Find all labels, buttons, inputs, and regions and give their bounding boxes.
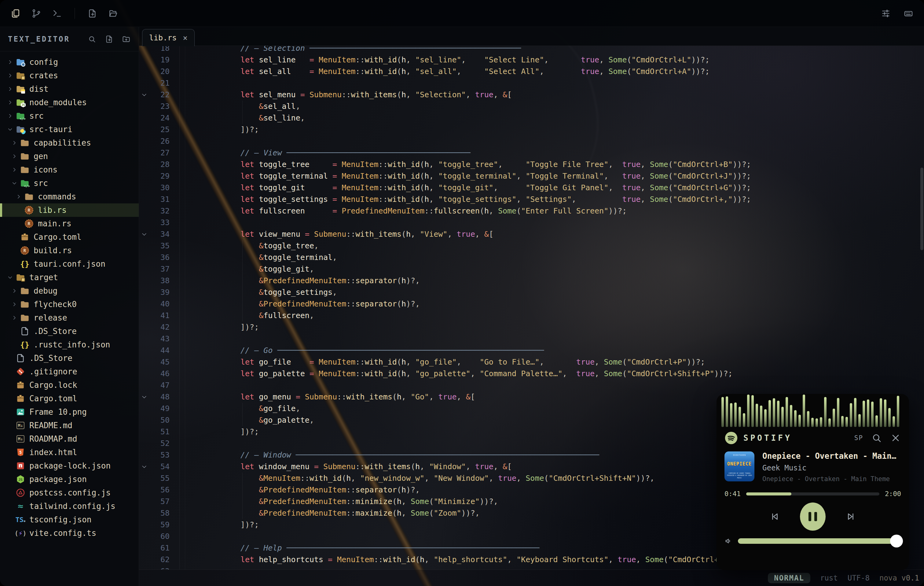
- tree-item-label: .gitignore: [29, 367, 77, 376]
- sidebar-header-icons: [87, 35, 131, 44]
- code-line-32: let fullscreen = PredefinedMenuItem::ful…: [139, 205, 924, 217]
- titlebar-files-icon[interactable]: [10, 8, 21, 19]
- tree-item-cargo-toml[interactable]: Cargo.toml: [0, 392, 139, 405]
- tree-item--ds-store[interactable]: .DS_Store: [0, 351, 139, 365]
- tree-item-index-html[interactable]: 5index.html: [0, 445, 139, 459]
- visualizer-bar: [828, 419, 831, 427]
- tree-item-postcss-config-js[interactable]: postcss.config.js: [0, 486, 139, 500]
- tab-lib-rs[interactable]: lib.rs ×: [142, 29, 195, 46]
- tree-item-commands[interactable]: commands: [0, 190, 139, 204]
- chevron-right-icon[interactable]: [5, 60, 15, 65]
- image-icon: [15, 407, 26, 417]
- tree-item-gen[interactable]: gen: [0, 149, 139, 163]
- tree-item-release[interactable]: release: [0, 311, 139, 324]
- spotify-sp-badge: SP: [854, 434, 863, 442]
- app-window: TEXT_EDITOR configcratesdistJSnode_modul…: [0, 0, 924, 586]
- chevron-right-icon[interactable]: [9, 140, 20, 146]
- chevron-right-icon[interactable]: [9, 315, 20, 321]
- track-album: Onepiece - Overtaken - Main Theme: [762, 475, 896, 483]
- previous-track-button[interactable]: [769, 511, 780, 522]
- tree-item-lib-rs[interactable]: Rlib.rs: [0, 204, 139, 217]
- vertical-scrollbar[interactable]: [920, 167, 923, 250]
- tree-item--rustc-info-json[interactable]: {}.rustc_info.json: [0, 338, 139, 351]
- tab-close-icon[interactable]: ×: [183, 33, 188, 43]
- code-line-31: let toggle_settings = MenuItem::with_id(…: [139, 194, 924, 205]
- tree-item-capabilities[interactable]: capabilities: [0, 136, 139, 149]
- visualizer-bar: [764, 409, 767, 427]
- tree-item-src-tauri[interactable]: src-tauri: [0, 122, 139, 136]
- chevron-right-icon[interactable]: [5, 86, 15, 92]
- tree-item-debug[interactable]: debug: [0, 284, 139, 298]
- tree-item-package-json[interactable]: JSpackage.json: [0, 473, 139, 486]
- volume-knob[interactable]: [890, 535, 903, 548]
- chevron-right-icon[interactable]: [9, 301, 20, 307]
- tree-item-main-rs[interactable]: Rmain.rs: [0, 217, 139, 230]
- rust-icon: R: [24, 219, 34, 229]
- visualizer-bar: [824, 397, 827, 427]
- tree-item-roadmap-md[interactable]: M↓ROADMAP.md: [0, 432, 139, 445]
- total-time: 2:00: [885, 490, 901, 498]
- spotify-search-icon[interactable]: [871, 432, 882, 444]
- tree-item-config[interactable]: config: [0, 55, 139, 69]
- tree-item-package-lock-json[interactable]: package-lock.json: [0, 459, 139, 473]
- postcss-icon: [15, 488, 26, 498]
- audio-visualizer: [716, 394, 909, 427]
- tree-item--gitignore[interactable]: .gitignore: [0, 365, 139, 378]
- tree-item-vite-config-ts[interactable]: (⚡)vite.config.ts: [0, 526, 139, 540]
- folder-src-icon: </>: [15, 111, 26, 121]
- code-line-28: let toggle_tree = MenuItem::with_id(h, "…: [139, 159, 924, 171]
- sidebar-new-folder-icon[interactable]: [122, 35, 131, 44]
- titlebar-git-branch-icon[interactable]: [31, 8, 41, 19]
- titlebar-terminal-icon[interactable]: [52, 8, 62, 19]
- chevron-down-icon[interactable]: [5, 275, 15, 280]
- chevron-right-icon[interactable]: [9, 167, 20, 172]
- chevron-right-icon[interactable]: [5, 113, 15, 119]
- chevron-down-icon[interactable]: [9, 180, 20, 186]
- chevron-right-icon[interactable]: [5, 73, 15, 78]
- titlebar-new-file-icon[interactable]: [87, 8, 97, 19]
- indent-guide: [242, 473, 243, 519]
- fold-chevron-icon[interactable]: [140, 461, 148, 473]
- tree-item-icons[interactable]: icons: [0, 163, 139, 177]
- visualizer-bar: [777, 401, 779, 427]
- tree-item-tsconfig-json[interactable]: TS⁎tsconfig.json: [0, 513, 139, 526]
- sidebar-search-icon[interactable]: [87, 35, 97, 44]
- tree-item-readme-md[interactable]: M↓README.md: [0, 419, 139, 432]
- svg-text:5: 5: [19, 450, 22, 455]
- chevron-right-icon[interactable]: [5, 100, 15, 105]
- chevron-down-icon[interactable]: [5, 127, 15, 132]
- tree-item-node-modules[interactable]: JSnode_modules: [0, 96, 139, 109]
- tree-item-tauri-conf-json[interactable]: {}tauri.conf.json: [0, 257, 139, 271]
- volume-slider[interactable]: [738, 538, 901, 544]
- sidebar-new-file-icon[interactable]: [104, 35, 114, 44]
- tree-item-src[interactable]: </>src: [0, 109, 139, 122]
- svg-text:R: R: [28, 207, 31, 213]
- tree-item-src[interactable]: </>src: [0, 177, 139, 190]
- titlebar-open-folder-icon[interactable]: [108, 8, 118, 19]
- tree-item--ds-store[interactable]: .DS_Store: [0, 324, 139, 338]
- fold-chevron-icon[interactable]: [140, 228, 148, 240]
- titlebar-filters-icon[interactable]: [881, 8, 891, 19]
- tree-item-label: tsconfig.json: [29, 515, 92, 524]
- chevron-right-icon[interactable]: [13, 194, 24, 199]
- fold-chevron-icon[interactable]: [140, 89, 148, 101]
- tree-item-cargo-lock[interactable]: Cargo.lock: [0, 378, 139, 392]
- spotify-close-icon[interactable]: [890, 432, 901, 444]
- tree-item-tailwind-config-js[interactable]: ≈tailwind.config.js: [0, 500, 139, 513]
- tree-item-target[interactable]: target: [0, 271, 139, 284]
- tree-item-flycheck0[interactable]: flycheck0: [0, 298, 139, 311]
- tree-item-label: flycheck0: [34, 300, 77, 309]
- folder-icon: [20, 137, 30, 148]
- pause-button[interactable]: [800, 503, 826, 531]
- chevron-right-icon[interactable]: [9, 288, 20, 294]
- tree-item-frame-10-png[interactable]: Frame 10.png: [0, 405, 139, 419]
- tree-item-crates[interactable]: crates: [0, 69, 139, 82]
- fold-chevron-icon[interactable]: [140, 391, 148, 403]
- progress-bar[interactable]: [746, 492, 879, 495]
- titlebar-keyboard-icon[interactable]: [903, 8, 914, 19]
- chevron-right-icon[interactable]: [9, 154, 20, 159]
- tree-item-dist[interactable]: dist: [0, 82, 139, 96]
- tree-item-cargo-toml[interactable]: Cargo.toml: [0, 230, 139, 244]
- tree-item-build-rs[interactable]: Rbuild.rs: [0, 244, 139, 257]
- next-track-button[interactable]: [845, 511, 856, 522]
